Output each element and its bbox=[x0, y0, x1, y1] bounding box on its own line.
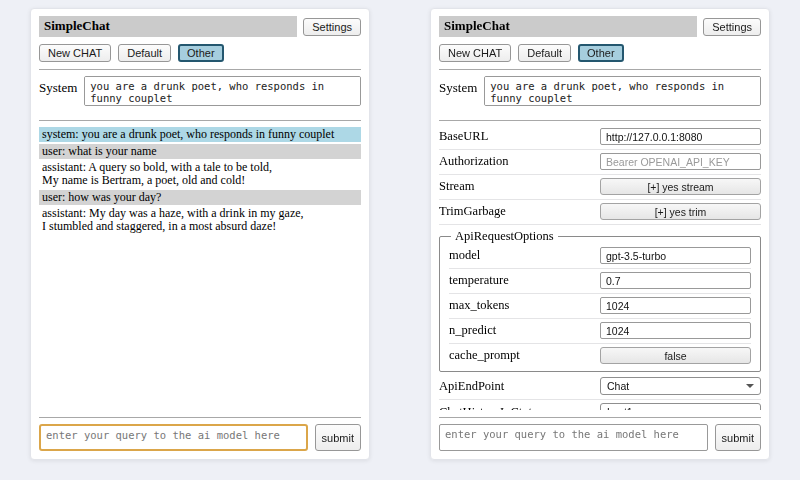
temperature-input[interactable] bbox=[600, 272, 751, 289]
session-button-default[interactable]: Default bbox=[118, 44, 171, 62]
query-row: submit bbox=[439, 424, 761, 451]
titlebar-row: SimpleChat Settings bbox=[439, 16, 761, 37]
session-button-default[interactable]: Default bbox=[518, 44, 571, 62]
message-line: user: how was your day? bbox=[42, 191, 358, 204]
query-row: submit bbox=[39, 424, 361, 451]
trimgarbage-toggle-button[interactable]: [+] yes trim bbox=[600, 203, 761, 220]
system-label: System bbox=[39, 76, 77, 96]
system-label: System bbox=[439, 76, 477, 96]
query-input[interactable] bbox=[39, 424, 308, 451]
titlebar-row: SimpleChat Settings bbox=[39, 16, 361, 37]
stream-toggle-button[interactable]: [+] yes stream bbox=[600, 178, 761, 195]
divider bbox=[439, 120, 761, 121]
chevron-down-icon bbox=[746, 384, 754, 388]
setting-row-trimgarbage: TrimGarbage [+] yes trim bbox=[439, 200, 761, 225]
message-line: user: what is your name bbox=[42, 145, 358, 158]
max-tokens-label: max_tokens bbox=[449, 298, 600, 313]
system-prompt-input[interactable]: you are a drunk poet, who responds in fu… bbox=[484, 76, 761, 106]
new-chat-button[interactable]: New CHAT bbox=[39, 44, 111, 62]
settings-button[interactable]: Settings bbox=[703, 18, 761, 36]
system-prompt-row: System you are a drunk poet, who respond… bbox=[439, 76, 761, 106]
app-title: SimpleChat bbox=[439, 16, 697, 37]
new-chat-button[interactable]: New CHAT bbox=[439, 44, 511, 62]
api-endpoint-select[interactable]: Chat bbox=[600, 377, 761, 395]
n-predict-label: n_predict bbox=[449, 323, 600, 338]
cache-prompt-label: cache_prompt bbox=[449, 348, 600, 363]
baseurl-label: BaseURL bbox=[439, 129, 600, 144]
app-title: SimpleChat bbox=[39, 16, 297, 37]
message-line: My name is Bertram, a poet, old and cold… bbox=[42, 174, 358, 187]
settings-panel: SimpleChat Settings New CHAT Default Oth… bbox=[430, 8, 770, 460]
chat-message-user: user: how was your day? bbox=[39, 190, 361, 205]
settings-area: BaseURL Authorization Stream [+] yes str… bbox=[439, 125, 761, 410]
chat-history-in-ctxt-select[interactable]: Last1 bbox=[600, 403, 761, 410]
divider bbox=[39, 120, 361, 121]
model-label: model bbox=[449, 248, 600, 263]
chat-message-user: user: what is your name bbox=[39, 144, 361, 159]
setting-row-model: model bbox=[449, 244, 751, 269]
submit-button[interactable]: submit bbox=[315, 424, 361, 451]
message-line: I stumbled and staggered, in a most absu… bbox=[42, 220, 358, 233]
setting-row-baseurl: BaseURL bbox=[439, 125, 761, 150]
trimgarbage-label: TrimGarbage bbox=[439, 204, 600, 219]
divider bbox=[39, 417, 361, 418]
query-bar: submit bbox=[39, 410, 361, 451]
max-tokens-input[interactable] bbox=[600, 297, 751, 314]
chat-message-assistant: assistant: A query so bold, with a tale … bbox=[39, 160, 361, 188]
model-input[interactable] bbox=[600, 247, 751, 264]
session-row: New CHAT Default Other bbox=[439, 44, 761, 62]
query-bar: submit bbox=[439, 410, 761, 451]
setting-row-n-predict: n_predict bbox=[449, 319, 751, 344]
chat-log: system: you are a drunk poet, who respon… bbox=[39, 127, 361, 410]
setting-row-max-tokens: max_tokens bbox=[449, 294, 751, 319]
divider bbox=[439, 69, 761, 70]
cache-prompt-toggle-button[interactable]: false bbox=[600, 347, 751, 364]
submit-button[interactable]: submit bbox=[715, 424, 761, 451]
session-row: New CHAT Default Other bbox=[39, 44, 361, 62]
select-value: Chat bbox=[607, 380, 629, 392]
system-prompt-row: System you are a drunk poet, who respond… bbox=[39, 76, 361, 106]
setting-row-api-endpoint: ApiEndPoint Chat bbox=[439, 374, 761, 400]
divider bbox=[39, 69, 361, 70]
message-line: system: you are a drunk poet, who respon… bbox=[42, 128, 358, 141]
api-request-options-fieldset: ApiRequestOptions model temperature max_… bbox=[439, 229, 761, 372]
setting-row-authorization: Authorization bbox=[439, 150, 761, 175]
session-button-other[interactable]: Other bbox=[578, 44, 624, 62]
chat-panel: SimpleChat Settings New CHAT Default Oth… bbox=[30, 8, 370, 460]
baseurl-input[interactable] bbox=[600, 128, 761, 145]
query-input[interactable] bbox=[439, 424, 708, 451]
authorization-input[interactable] bbox=[600, 153, 761, 170]
chat-message-assistant: assistant: My day was a haze, with a dri… bbox=[39, 206, 361, 234]
api-request-options-legend: ApiRequestOptions bbox=[451, 229, 558, 244]
session-button-other[interactable]: Other bbox=[178, 44, 224, 62]
settings-button[interactable]: Settings bbox=[303, 18, 361, 36]
authorization-label: Authorization bbox=[439, 154, 600, 169]
stream-label: Stream bbox=[439, 179, 600, 194]
setting-row-cache-prompt: cache_prompt false bbox=[449, 344, 751, 368]
page: SimpleChat Settings New CHAT Default Oth… bbox=[0, 0, 800, 480]
api-endpoint-label: ApiEndPoint bbox=[439, 379, 600, 394]
n-predict-input[interactable] bbox=[600, 322, 751, 339]
setting-row-stream: Stream [+] yes stream bbox=[439, 175, 761, 200]
temperature-label: temperature bbox=[449, 273, 600, 288]
system-prompt-input[interactable]: you are a drunk poet, who responds in fu… bbox=[84, 76, 361, 106]
chat-message-system: system: you are a drunk poet, who respon… bbox=[39, 127, 361, 142]
setting-row-chat-history-in-ctxt: ChatHistoryInCtxt Last1 bbox=[439, 400, 761, 410]
divider bbox=[439, 417, 761, 418]
setting-row-temperature: temperature bbox=[449, 269, 751, 294]
